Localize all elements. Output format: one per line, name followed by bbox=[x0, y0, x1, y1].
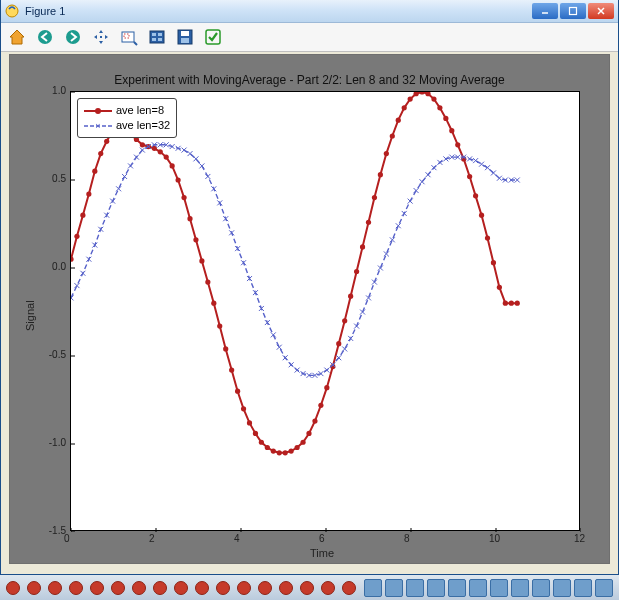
maximize-button[interactable] bbox=[560, 3, 586, 19]
svg-point-67 bbox=[277, 450, 282, 455]
y-tick: -1.0 bbox=[40, 437, 66, 448]
x-tick: 10 bbox=[489, 533, 500, 544]
figure-window: Figure 1 Experiment with MovingAverage -… bbox=[0, 0, 619, 575]
y-tick: 1.0 bbox=[40, 85, 66, 96]
svg-point-105 bbox=[503, 301, 508, 306]
chart-title: Experiment with MovingAverage - Part 2/2… bbox=[10, 73, 609, 87]
axes[interactable]: ave len=8 × ave len=32 bbox=[70, 91, 580, 531]
task-dot[interactable] bbox=[132, 581, 146, 595]
svg-point-81 bbox=[360, 244, 365, 249]
task-dot[interactable] bbox=[111, 581, 125, 595]
task-app[interactable] bbox=[595, 579, 613, 597]
pan-icon[interactable] bbox=[91, 27, 111, 47]
task-dot[interactable] bbox=[90, 581, 104, 595]
svg-rect-16 bbox=[181, 31, 189, 36]
task-dot[interactable] bbox=[300, 581, 314, 595]
task-dot[interactable] bbox=[342, 581, 356, 595]
svg-point-72 bbox=[306, 431, 311, 436]
zoom-icon[interactable] bbox=[119, 27, 139, 47]
x-tick: 8 bbox=[404, 533, 410, 544]
task-app[interactable] bbox=[448, 579, 466, 597]
taskbar-apps bbox=[364, 579, 613, 597]
task-app[interactable] bbox=[490, 579, 508, 597]
task-dot[interactable] bbox=[6, 581, 20, 595]
svg-point-5 bbox=[38, 30, 52, 44]
back-icon[interactable] bbox=[35, 27, 55, 47]
svg-point-36 bbox=[92, 169, 97, 174]
svg-text:×: × bbox=[95, 121, 100, 131]
svg-point-62 bbox=[247, 420, 252, 425]
svg-point-80 bbox=[354, 269, 359, 274]
svg-point-37 bbox=[98, 151, 103, 156]
svg-rect-12 bbox=[158, 33, 162, 36]
task-dot[interactable] bbox=[153, 581, 167, 595]
svg-point-94 bbox=[437, 105, 442, 110]
task-app[interactable] bbox=[511, 579, 529, 597]
svg-point-58 bbox=[223, 346, 228, 351]
svg-point-99 bbox=[467, 174, 472, 179]
svg-point-50 bbox=[176, 177, 181, 182]
svg-point-77 bbox=[336, 341, 341, 346]
svg-point-38 bbox=[104, 139, 109, 144]
task-dot[interactable] bbox=[321, 581, 335, 595]
svg-point-71 bbox=[300, 440, 305, 445]
task-app[interactable] bbox=[427, 579, 445, 597]
svg-point-75 bbox=[324, 385, 329, 390]
task-dot[interactable] bbox=[195, 581, 209, 595]
task-app[interactable] bbox=[553, 579, 571, 597]
y-tick: 0.0 bbox=[40, 261, 66, 272]
taskbar bbox=[0, 575, 619, 600]
configure-icon[interactable] bbox=[147, 27, 167, 47]
task-app[interactable] bbox=[406, 579, 424, 597]
svg-point-91 bbox=[419, 92, 424, 95]
y-tick: -1.5 bbox=[40, 525, 66, 536]
minimize-button[interactable] bbox=[532, 3, 558, 19]
svg-point-55 bbox=[205, 279, 210, 284]
svg-point-56 bbox=[211, 301, 216, 306]
task-dot[interactable] bbox=[48, 581, 62, 595]
svg-point-66 bbox=[271, 448, 276, 453]
task-app[interactable] bbox=[385, 579, 403, 597]
svg-point-57 bbox=[217, 323, 222, 328]
x-tick: 4 bbox=[234, 533, 240, 544]
svg-point-87 bbox=[396, 118, 401, 123]
task-dot[interactable] bbox=[216, 581, 230, 595]
svg-point-93 bbox=[431, 96, 436, 101]
task-app[interactable] bbox=[469, 579, 487, 597]
task-dot[interactable] bbox=[279, 581, 293, 595]
svg-rect-14 bbox=[158, 38, 162, 41]
check-icon[interactable] bbox=[203, 27, 223, 47]
toolbar bbox=[1, 23, 618, 52]
svg-rect-2 bbox=[570, 8, 577, 15]
task-dot[interactable] bbox=[69, 581, 83, 595]
window-buttons bbox=[532, 3, 614, 19]
svg-point-63 bbox=[253, 431, 258, 436]
task-dot[interactable] bbox=[237, 581, 251, 595]
home-icon[interactable] bbox=[7, 27, 27, 47]
svg-point-51 bbox=[181, 195, 186, 200]
svg-point-49 bbox=[170, 163, 175, 168]
task-app[interactable] bbox=[574, 579, 592, 597]
svg-point-35 bbox=[86, 191, 91, 196]
task-app[interactable] bbox=[364, 579, 382, 597]
task-app[interactable] bbox=[532, 579, 550, 597]
task-dot[interactable] bbox=[258, 581, 272, 595]
legend: ave len=8 × ave len=32 bbox=[77, 98, 177, 138]
svg-point-33 bbox=[74, 234, 79, 239]
save-icon[interactable] bbox=[175, 27, 195, 47]
svg-point-83 bbox=[372, 195, 377, 200]
svg-point-106 bbox=[509, 301, 514, 306]
svg-point-95 bbox=[443, 116, 448, 121]
svg-point-64 bbox=[259, 440, 264, 445]
x-tick: 6 bbox=[319, 533, 325, 544]
task-dot[interactable] bbox=[174, 581, 188, 595]
legend-swatch-0 bbox=[84, 105, 112, 117]
forward-icon[interactable] bbox=[63, 27, 83, 47]
close-button[interactable] bbox=[588, 3, 614, 19]
svg-point-86 bbox=[390, 133, 395, 138]
svg-point-100 bbox=[473, 193, 478, 198]
task-dot[interactable] bbox=[27, 581, 41, 595]
svg-point-85 bbox=[384, 151, 389, 156]
svg-point-89 bbox=[408, 96, 413, 101]
svg-point-47 bbox=[158, 149, 163, 154]
